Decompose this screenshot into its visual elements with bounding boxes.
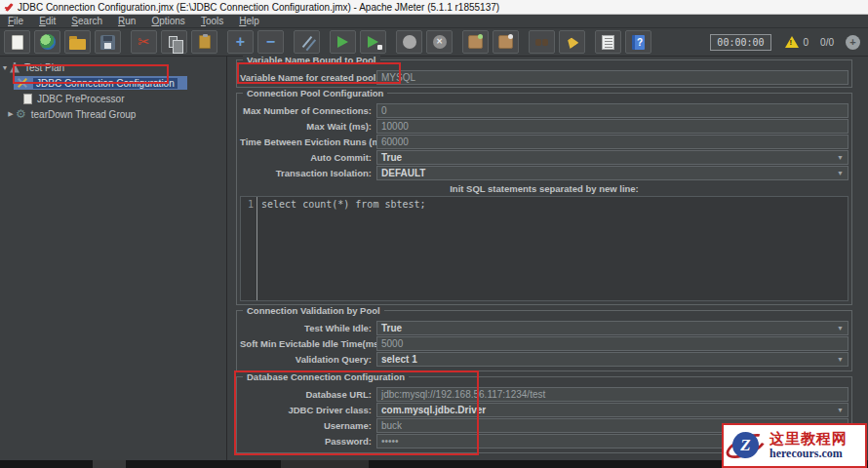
connection-validation-group: Connection Validation by Pool Test While… [236, 310, 852, 371]
search-button[interactable] [529, 30, 555, 54]
test-while-idle-select[interactable]: True ▼ [376, 321, 848, 335]
cut-button[interactable]: ✂ [131, 30, 157, 54]
menu-help[interactable]: Help [231, 15, 267, 28]
selected-value: True [381, 323, 402, 333]
new-file-button[interactable] [4, 30, 30, 54]
tree-item-jdbc-preprocessor[interactable]: JDBC PreProcessor [0, 91, 226, 106]
jdbc-config-icon [17, 77, 28, 89]
thread-group-gear-icon: ⚙ [16, 108, 26, 120]
watermark-site-name: 这里教程网 [769, 430, 848, 447]
toolbar: ✂ + − ✕ ? 00:00:00 ! 0 0/0 + [0, 28, 868, 57]
tree-selection: JDBC Connection Configuration [14, 76, 187, 90]
title-bar: JDBC Connection Configuration.jmx (E:\JD… [0, 0, 868, 15]
warning-count: 0 [804, 37, 809, 48]
caret-down-icon[interactable]: ▼ [0, 64, 10, 71]
menu-search[interactable]: Search [63, 15, 110, 28]
expand-icon: + [236, 34, 245, 50]
help-book-icon: ? [632, 35, 645, 50]
chevron-down-icon: ▼ [837, 356, 844, 363]
menu-options[interactable]: Options [143, 15, 192, 28]
line-number: 1 [241, 197, 257, 300]
chevron-down-icon: ▼ [837, 407, 844, 413]
open-file-button[interactable] [64, 30, 91, 54]
group-title: Variable Name Bound to Pool [243, 55, 380, 65]
toggle-button[interactable] [294, 30, 320, 54]
remote-stop-all-button[interactable] [493, 30, 519, 54]
save-button[interactable] [95, 30, 121, 54]
collapse-icon: − [266, 34, 275, 50]
thread-counter: 0/0 [820, 37, 834, 48]
selected-value: DEFAULT [381, 168, 425, 178]
clear-search-button[interactable] [559, 30, 585, 54]
auto-commit-select[interactable]: True ▼ [376, 150, 848, 165]
taskbar-segment [93, 460, 126, 468]
copy-button[interactable] [161, 30, 187, 54]
help-button[interactable]: ? [625, 30, 651, 54]
shutdown-button[interactable]: ✕ [426, 30, 453, 54]
max-wait-input[interactable] [376, 119, 848, 134]
max-connections-input[interactable] [376, 103, 848, 118]
paste-icon [199, 35, 211, 49]
sql-code[interactable]: select count(*) from sbtest; [257, 197, 426, 300]
shutdown-icon: ✕ [433, 35, 447, 49]
templates-icon [40, 34, 56, 50]
remote-start-all-button[interactable] [462, 30, 489, 54]
tree-item-teardown-thread-group[interactable]: ▶ ⚙ tearDown Thread Group [0, 106, 226, 122]
menu-run[interactable]: Run [110, 15, 143, 28]
collapse-all-button[interactable]: − [257, 30, 284, 54]
stop-icon [403, 35, 416, 49]
soft-min-evictable-input[interactable] [376, 336, 848, 351]
menu-edit[interactable]: Edit [31, 15, 63, 28]
warning-mark: ! [790, 38, 793, 47]
selected-value: com.mysql.jdbc.Driver [381, 405, 486, 415]
group-title: Database Connection Configuration [243, 371, 409, 382]
jmeter-window: JDBC Connection Configuration.jmx (E:\JD… [0, 0, 868, 468]
copy-icon [169, 36, 178, 48]
jmeter-logo-icon [5, 3, 14, 11]
group-title: Connection Pool Configuration [243, 88, 387, 98]
menu-bar: File Edit Search Run Options Tools Help [0, 15, 868, 28]
init-sql-editor[interactable]: 1 select count(*) from sbtest; [240, 196, 848, 301]
field-label: Auto Commit: [240, 152, 376, 163]
function-helper-button[interactable] [595, 30, 621, 54]
start-icon [337, 36, 348, 48]
tree-item-label: Test Plan [24, 62, 64, 73]
paste-button[interactable] [191, 30, 217, 54]
broom-icon [565, 35, 578, 49]
database-url-input[interactable] [376, 387, 848, 402]
field-label: Transaction Isolation: [240, 168, 376, 178]
start-no-pauses-button[interactable] [360, 30, 386, 54]
tree-item-jdbc-connection-configuration[interactable]: JDBC Connection Configuration [0, 75, 226, 91]
variable-name-group: Variable Name Bound to Pool Variable Nam… [236, 59, 852, 88]
validation-query-select[interactable]: select 1 ▼ [376, 352, 848, 367]
cut-icon: ✂ [138, 35, 150, 50]
field-label: Password: [240, 436, 376, 447]
variable-name-input[interactable] [376, 70, 848, 85]
toggle-icon [301, 36, 312, 48]
expand-all-button[interactable]: + [227, 30, 254, 54]
start-button[interactable] [330, 30, 356, 54]
field-label: Database URL: [240, 389, 376, 400]
window-title: JDBC Connection Configuration.jmx (E:\JD… [18, 2, 499, 13]
caret-right-icon[interactable]: ▶ [6, 110, 16, 118]
tree-item-label: JDBC PreProcessor [37, 94, 124, 104]
remote-start-all-icon [468, 35, 483, 49]
stop-button[interactable] [396, 30, 422, 54]
watermark: Z 这里教程网 herecours.com [722, 423, 867, 468]
transaction-isolation-select[interactable]: DEFAULT ▼ [376, 166, 848, 180]
field-label: Test While Idle: [240, 323, 376, 333]
warning-icon[interactable]: ! [785, 36, 799, 48]
templates-button[interactable] [34, 30, 60, 54]
jdbc-config-panel: Variable Name Bound to Pool Variable Nam… [232, 57, 868, 460]
field-label: Validation Query: [240, 354, 376, 365]
remote-stop-all-icon [498, 35, 513, 49]
menu-tools[interactable]: Tools [193, 15, 231, 28]
eviction-runs-input[interactable] [376, 135, 848, 149]
jdbc-driver-class-select[interactable]: com.mysql.jdbc.Driver ▼ [376, 403, 848, 417]
chevron-down-icon: ▼ [837, 170, 844, 176]
tree-item-test-plan[interactable]: ▼ Test Plan [0, 59, 226, 75]
connection-pool-group: Connection Pool Configuration Max Number… [236, 93, 852, 305]
function-helper-icon [602, 35, 614, 50]
logo-letter: Z [732, 432, 759, 458]
menu-file[interactable]: File [0, 15, 31, 28]
